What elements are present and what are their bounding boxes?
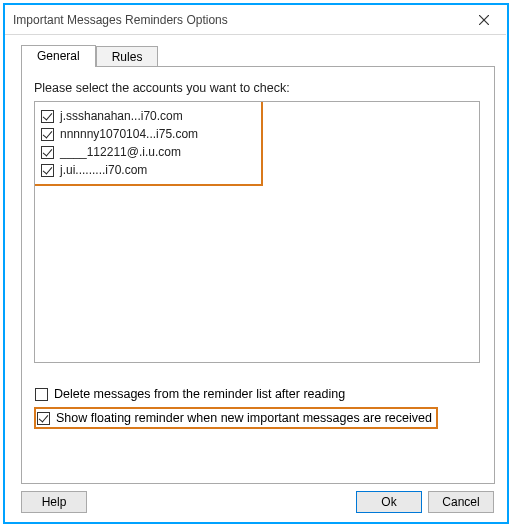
option-label: Show floating reminder when new importan…	[56, 411, 432, 425]
cancel-button[interactable]: Cancel	[428, 491, 494, 513]
account-checkbox[interactable]	[41, 146, 54, 159]
accounts-prompt: Please select the accounts you want to c…	[34, 81, 484, 95]
button-label: Ok	[381, 495, 396, 509]
button-label: Help	[42, 495, 67, 509]
account-label: ____112211@.i.u.com	[60, 145, 181, 159]
option-label: Delete messages from the reminder list a…	[54, 387, 345, 401]
button-label: Cancel	[442, 495, 479, 509]
checkbox[interactable]	[37, 412, 50, 425]
account-label: j.ssshanahan...i70.com	[60, 109, 183, 123]
close-button[interactable]	[461, 5, 506, 35]
account-checkbox[interactable]	[41, 128, 54, 141]
account-label: nnnnny1070104...i75.com	[60, 127, 198, 141]
option-floating-reminder[interactable]: Show floating reminder when new importan…	[34, 407, 438, 429]
button-bar: Help Ok Cancel	[21, 491, 494, 513]
help-button[interactable]: Help	[21, 491, 87, 513]
tab-general[interactable]: General	[21, 45, 96, 67]
option-delete-after-reading[interactable]: Delete messages from the reminder list a…	[34, 387, 484, 401]
accounts-highlight: j.ssshanahan...i70.com nnnnny1070104...i…	[34, 101, 263, 186]
tab-label: General	[37, 49, 80, 63]
client-area: General Rules Please select the accounts…	[5, 35, 506, 521]
titlebar: Important Messages Reminders Options	[5, 5, 506, 35]
checkbox[interactable]	[35, 388, 48, 401]
tab-label: Rules	[112, 50, 143, 64]
tab-rules[interactable]: Rules	[96, 46, 159, 67]
account-row[interactable]: j.ui.........i70.com	[41, 161, 255, 179]
account-checkbox[interactable]	[41, 110, 54, 123]
window-title: Important Messages Reminders Options	[13, 13, 461, 27]
account-row[interactable]: j.ssshanahan...i70.com	[41, 107, 255, 125]
ok-button[interactable]: Ok	[356, 491, 422, 513]
account-checkbox[interactable]	[41, 164, 54, 177]
accounts-listbox[interactable]: j.ssshanahan...i70.com nnnnny1070104...i…	[34, 101, 480, 363]
account-row[interactable]: nnnnny1070104...i75.com	[41, 125, 255, 143]
tabstrip: General Rules	[21, 44, 495, 66]
dialog-window: Important Messages Reminders Options Gen…	[5, 5, 506, 521]
tab-panel-general: Please select the accounts you want to c…	[21, 66, 495, 484]
account-row[interactable]: ____112211@.i.u.com	[41, 143, 255, 161]
account-label: j.ui.........i70.com	[60, 163, 147, 177]
close-icon	[479, 15, 489, 25]
